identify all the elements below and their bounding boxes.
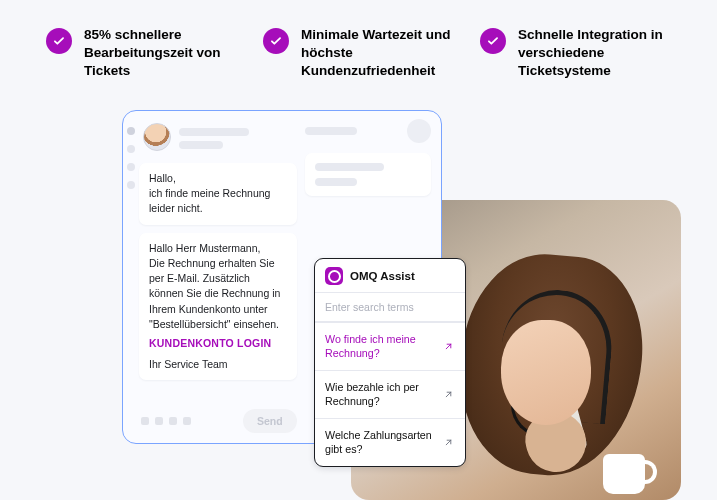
- check-icon: [263, 28, 289, 54]
- conversation-column: Hallo, ich finde meine Rechnung leider n…: [139, 119, 297, 435]
- sidebar-rail: [123, 119, 139, 435]
- skeleton-line: [315, 163, 384, 171]
- incoming-body: ich finde meine Rechnung leider nicht.: [149, 187, 270, 214]
- rail-dot[interactable]: [127, 163, 135, 171]
- skeleton-line: [315, 178, 358, 186]
- assist-search-input[interactable]: Enter search terms: [315, 292, 465, 322]
- illustration-stage: Hallo, ich finde meine Rechnung leider n…: [0, 110, 717, 500]
- details-panel: [305, 153, 431, 196]
- skeleton-line: [179, 128, 249, 136]
- reply-message: Hallo Herr Mustermann, Die Rechnung erha…: [139, 233, 297, 381]
- composer-tool-icon[interactable]: [183, 417, 191, 425]
- rail-dot[interactable]: [127, 181, 135, 189]
- open-arrow-icon: [441, 339, 455, 353]
- open-arrow-icon: [441, 387, 455, 401]
- reply-signoff: Ihr Service Team: [149, 357, 287, 372]
- assist-suggestion[interactable]: Wo finde ich meine Rechnung?: [315, 322, 465, 370]
- reply-body: Die Rechnung erhalten Sie per E-Mail. Zu…: [149, 257, 280, 330]
- composer-tool-icon[interactable]: [155, 417, 163, 425]
- omq-logo-icon: [325, 267, 343, 285]
- rail-dot[interactable]: [127, 127, 135, 135]
- check-icon: [480, 28, 506, 54]
- assist-suggestion-text: Wo finde ich meine Rechnung?: [325, 332, 433, 361]
- benefit-item: 85% schnellere Bearbeitungszeit von Tick…: [46, 26, 243, 81]
- headset-icon: [496, 285, 617, 424]
- assist-title: OMQ Assist: [350, 270, 415, 282]
- profile-circle[interactable]: [407, 119, 431, 143]
- mug-icon: [603, 454, 645, 494]
- reply-greeting: Hallo Herr Mustermann,: [149, 242, 260, 254]
- incoming-message: Hallo, ich finde meine Rechnung leider n…: [139, 163, 297, 225]
- account-login-link[interactable]: KUNDENKONTO LOGIN: [149, 336, 287, 351]
- benefit-text: Minimale Wartezeit und höchste Kundenzuf…: [301, 26, 460, 81]
- assist-suggestion-text: Welche Zahlungsarten gibt es?: [325, 428, 433, 457]
- assist-suggestion-text: Wie bezahle ich per Rechnung?: [325, 380, 433, 409]
- skeleton-line: [305, 127, 357, 135]
- benefit-item: Schnelle Integration in verschiedene Tic…: [480, 26, 677, 81]
- customer-avatar: [143, 123, 171, 151]
- benefit-item: Minimale Wartezeit und höchste Kundenzuf…: [263, 26, 460, 81]
- send-button[interactable]: Send: [243, 409, 297, 433]
- composer-tool-icon[interactable]: [169, 417, 177, 425]
- assist-suggestion[interactable]: Welche Zahlungsarten gibt es?: [315, 418, 465, 466]
- benefits-row: 85% schnellere Bearbeitungszeit von Tick…: [0, 0, 717, 81]
- open-arrow-icon: [441, 435, 455, 449]
- assist-header: OMQ Assist: [315, 259, 465, 292]
- assist-suggestion[interactable]: Wie bezahle ich per Rechnung?: [315, 370, 465, 418]
- rail-dot[interactable]: [127, 145, 135, 153]
- incoming-greeting: Hallo,: [149, 172, 176, 184]
- benefit-text: 85% schnellere Bearbeitungszeit von Tick…: [84, 26, 243, 81]
- skeleton-line: [179, 141, 223, 149]
- benefit-text: Schnelle Integration in verschiedene Tic…: [518, 26, 677, 81]
- composer-row: Send: [139, 401, 297, 435]
- composer-tool-icon[interactable]: [141, 417, 149, 425]
- omq-assist-panel: OMQ Assist Enter search terms Wo finde i…: [314, 258, 466, 467]
- check-icon: [46, 28, 72, 54]
